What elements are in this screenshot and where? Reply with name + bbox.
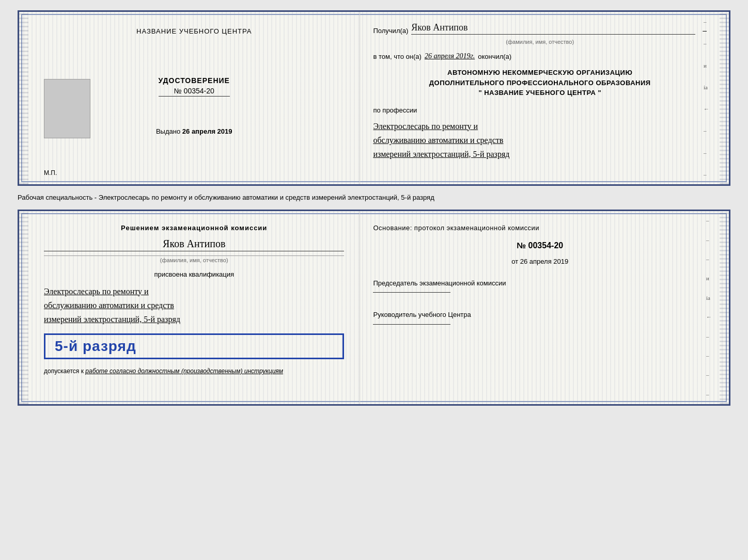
issued-date: 26 апреля 2019 [182,127,232,135]
cert-left-title: НАЗВАНИЕ УЧЕБНОГО ЦЕНТРА [136,27,252,35]
btick-3: – [706,256,712,262]
udost-label: УДОСТОВЕРЕНИЕ [159,76,230,85]
right-hatch-bottom [720,211,729,404]
btick-5: іа [706,295,712,301]
poluchil-line: Получил(а) Яков Антипов – [373,22,707,35]
btick-6: ← [706,314,712,320]
dopuskaetsya-line: допускается к работе согласно должностны… [44,367,344,375]
udost-block: УДОСТОВЕРЕНИЕ № 00354-20 [159,76,230,97]
yakov-name-bottom: Яков Антипов [44,238,344,251]
tick-8: – [704,171,709,178]
cert-top-left: НАЗВАНИЕ УЧЕБНОГО ЦЕНТРА УДОСТОВЕРЕНИЕ №… [28,12,360,184]
rukovoditel-signature-line [373,324,450,325]
left-hatch [19,12,28,184]
right-margin-ticks-bottom: – – – и іа ← – – – – [706,211,712,404]
issued-prefix: Выдано [156,127,180,135]
vtom-date: 26 апреля 2019г. [425,52,475,60]
predsedatel-signature-line [373,292,450,293]
middle-text: Рабочая специальность - Электрослесарь п… [18,190,730,205]
dopuskaetsya-italic: работе согласно должностным (производств… [85,367,283,375]
org-line3: " НАЗВАНИЕ УЧЕБНОГО ЦЕНТРА " [373,88,707,98]
document-container: НАЗВАНИЕ УЧЕБНОГО ЦЕНТРА УДОСТОВЕРЕНИЕ №… [18,10,730,406]
photo-placeholder [44,79,90,138]
dopuskaetsya-prefix: допускается к [44,367,84,375]
rukovoditel-block: Руководитель учебного Центра [373,310,707,329]
ot-line: от 26 апреля 2019 [373,258,707,265]
razryad-badge: 5-й разряд [44,333,344,359]
tick-4: іа [704,84,709,90]
issued-line: Выдано 26 апреля 2019 [156,127,232,135]
right-hatch-top [720,12,729,184]
tick-5: ← [704,106,709,112]
right-margin-ticks: – – и іа ← – – – [704,12,709,184]
cert-bottom-left: Решением экзаменационной комиссии Яков А… [28,211,360,404]
predsedatel-label: Председатель экзаменационной комиссии [373,278,707,289]
profession-top: Электрослесарь по ремонту и обслуживанию… [373,119,707,162]
btick-9: – [706,372,712,378]
cert-bottom-right: Основание: протокол экзаменационной коми… [360,211,720,404]
poluchil-sub: (фамилия, имя, отчество) [373,39,707,45]
btick-2: – [706,237,712,243]
fio-sub-bottom: (фамилия, имя, отчество) [44,255,344,263]
tick-6: – [704,127,709,134]
btick-10: – [706,391,712,397]
btick-1: – [706,217,712,223]
cert-bottom: Решением экзаменационной комиссии Яков А… [18,210,730,406]
okonchil-label: окончил(а) [478,53,511,60]
org-line1: АВТОНОМНУЮ НЕКОММЕРЧЕСКУЮ ОРГАНИЗАЦИЮ [373,68,707,78]
ot-prefix: от [511,258,518,265]
vtom-prefix: в том, что он(а) [373,53,421,60]
tick-7: – [704,150,709,156]
poluchil-label: Получил(а) [373,27,408,35]
recipient-name-top: Яков Антипов [411,22,695,35]
qualification-text: Электрослесарь по ремонту и обслуживанию… [44,284,344,327]
tick-1: – [704,19,709,25]
cert-number-bottom: № 00354-20 [373,241,707,250]
left-hatch-bottom [19,211,28,404]
ot-date: 26 апреля 2019 [520,258,569,265]
org-block: АВТОНОМНУЮ НЕКОММЕРЧЕСКУЮ ОРГАНИЗАЦИЮ ДО… [373,68,707,98]
cert-top-right: Получил(а) Яков Антипов – (фамилия, имя,… [360,12,720,184]
cert-number-top: № 00354-20 [159,87,230,97]
btick-4: и [706,275,712,281]
tick-2: – [704,40,709,46]
po-professii-label: по профессии [373,106,707,114]
cert-top: НАЗВАНИЕ УЧЕБНОГО ЦЕНТРА УДОСТОВЕРЕНИЕ №… [18,10,730,186]
vtom-line: в том, что он(а) 26 апреля 2019г. окончи… [373,52,707,60]
rukovoditel-label: Руководитель учебного Центра [373,310,707,320]
org-line2: ДОПОЛНИТЕЛЬНОГО ПРОФЕССИОНАЛЬНОГО ОБРАЗО… [373,78,707,88]
osnovanie-line: Основание: протокол экзаменационной коми… [373,224,707,232]
btick-7: – [706,333,712,340]
predsedatel-block: Председатель экзаменационной комиссии [373,278,707,297]
btick-8: – [706,353,712,359]
resheniem-line: Решением экзаменационной комиссии [44,224,344,232]
tick-3: и [704,62,709,69]
prisvoyena-label: присвоена квалификация [44,270,344,278]
mp-label: М.П. [44,169,57,177]
